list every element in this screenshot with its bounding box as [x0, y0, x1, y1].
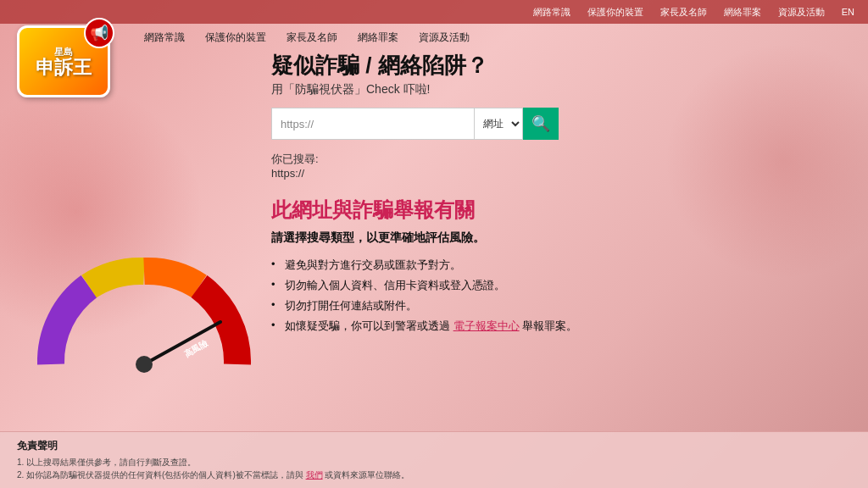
footer: 免責聲明 1. 以上搜尋結果僅供參考，請自行判斷及查證。 2. 如你認為防騙視伏… [0, 431, 868, 488]
logo-area: 📢 星島 申訴王 [17, 25, 127, 110]
gauge-svg: 高風險 [25, 237, 263, 390]
searched-label: 你已搜尋: [271, 152, 851, 167]
report-center-link[interactable]: 電子報案中心 [453, 319, 520, 332]
topbar-item-2[interactable]: 保護你的裝置 [587, 6, 643, 19]
topbar-item-5[interactable]: 資源及活動 [778, 6, 825, 19]
logo-text-main: 申訴王 [36, 58, 92, 77]
warning-item-4: 如懷疑受騙，你可以到警署或透過 電子報案中心 舉報罪案。 [271, 319, 851, 334]
nav-item-3[interactable]: 家長及名師 [287, 30, 337, 45]
topbar: 網路常識 保護你的裝置 家長及名師 網絡罪案 資源及活動 EN [0, 0, 868, 24]
result-title: 此網址與詐騙舉報有關 [271, 197, 851, 224]
search-input[interactable] [271, 108, 475, 140]
main-content: 疑似詐騙 / 網絡陷阱？ 用「防騙視伏器」Check 吓啦! 網址 🔍 你已搜尋… [271, 51, 851, 420]
svg-point-1 [136, 356, 153, 373]
result-subtitle: 請選擇搜尋類型，以更準確地評估風險。 [271, 230, 851, 246]
logo-icon: 📢 [84, 18, 114, 48]
search-button[interactable]: 🔍 [523, 108, 559, 140]
result-title-pre: 此 [271, 198, 292, 221]
nav-item-5[interactable]: 資源及活動 [419, 30, 470, 45]
nav-item-4[interactable]: 網絡罪案 [358, 30, 398, 45]
warning-item-1: 避免與對方進行交易或匯款予對方。 [271, 258, 851, 273]
warning-text-4a: 如懷疑受騙，你可以到警署或透過 [285, 319, 453, 332]
result-title-post: 與詐騙舉報有關 [332, 198, 475, 221]
result-title-highlight: 網址 [292, 198, 332, 221]
hero-subtitle: 用「防騙視伏器」Check 吓啦! [271, 82, 851, 97]
svg-line-0 [144, 322, 220, 364]
footer-title: 免責聲明 [17, 439, 851, 453]
lang-switch[interactable]: EN [842, 7, 854, 17]
search-icon: 🔍 [531, 114, 550, 133]
search-type-select[interactable]: 網址 [475, 108, 523, 140]
warning-text-4b: 舉報罪案。 [522, 319, 577, 332]
logo-box: 📢 星島 申訴王 [17, 25, 110, 97]
title-section: 疑似詐騙 / 網絡陷阱？ 用「防騙視伏器」Check 吓啦! [271, 51, 851, 97]
footer-text-2b: 或資料來源單位聯絡。 [325, 470, 409, 480]
hero-title: 疑似詐騙 / 網絡陷阱？ [271, 51, 851, 80]
secondary-nav: 網路常識 保護你的裝置 家長及名師 網絡罪案 資源及活動 [136, 24, 868, 51]
gauge-container: 高風險 [25, 237, 263, 407]
search-bar: 網址 🔍 [271, 108, 851, 140]
nav-item-1[interactable]: 網路常識 [144, 30, 185, 45]
footer-contact-link[interactable]: 我們 [306, 470, 323, 480]
searched-url: https:// [271, 167, 851, 180]
footer-line-1: 1. 以上搜尋結果僅供參考，請自行判斷及查證。 [17, 456, 851, 469]
topbar-item-1[interactable]: 網路常識 [533, 6, 570, 19]
warning-item-3: 切勿打開任何連結或附件。 [271, 298, 851, 313]
nav-item-2[interactable]: 保護你的裝置 [205, 30, 266, 45]
footer-line-2: 2. 如你認為防騙視伏器提供的任何資料(包括你的個人資料)被不當標誌，請與 我們… [17, 469, 851, 481]
warning-list: 避免與對方進行交易或匯款予對方。 切勿輸入個人資料、信用卡資料或登入憑證。 切勿… [271, 258, 851, 334]
topbar-item-3[interactable]: 家長及名師 [660, 6, 707, 19]
footer-text-2a: 2. 如你認為防騙視伏器提供的任何資料(包括你的個人資料)被不當標誌，請與 [17, 470, 306, 480]
topbar-item-4[interactable]: 網絡罪案 [724, 6, 761, 19]
result-section: 此網址與詐騙舉報有關 請選擇搜尋類型，以更準確地評估風險。 避免與對方進行交易或… [271, 197, 851, 334]
warning-item-2: 切勿輸入個人資料、信用卡資料或登入憑證。 [271, 278, 851, 293]
